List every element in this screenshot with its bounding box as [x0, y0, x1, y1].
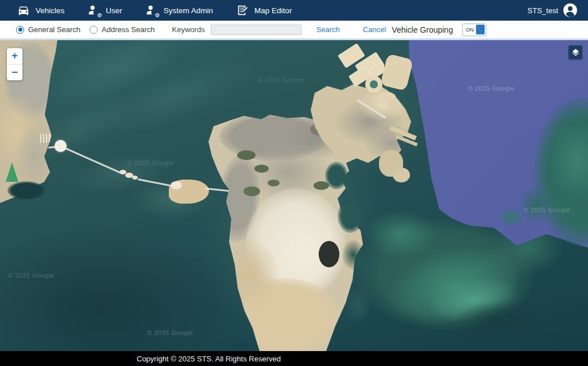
map-reef — [498, 208, 524, 227]
address-search-radio[interactable]: Address Search — [90, 25, 155, 34]
map-layers-button[interactable] — [568, 45, 582, 59]
map-zoom-control: + − — [7, 48, 22, 80]
vehicle-grouping-label: Vehicle Grouping — [392, 25, 453, 34]
keywords-label: Keywords — [172, 25, 205, 34]
address-search-label: Address Search — [102, 25, 155, 34]
map-causeway-island — [132, 176, 138, 180]
search-toolbar: General Search Address Search Keywords S… — [0, 21, 588, 40]
map-watermark: © 2025 Google — [147, 329, 194, 336]
cancel-button[interactable]: Cancel — [363, 25, 386, 34]
map-ring-island — [365, 76, 382, 93]
toggle-knob — [476, 25, 485, 34]
account-menu[interactable]: STS_test — [528, 3, 578, 18]
map-watermark: © 2025 Google — [8, 272, 55, 279]
user-avatar-icon — [563, 3, 578, 18]
layers-icon — [571, 48, 580, 57]
map-watermark: © 2025 Google — [524, 207, 570, 213]
radio-selected-icon — [16, 26, 24, 34]
map-reef-dark — [457, 301, 540, 337]
map-bay-dark — [346, 288, 371, 324]
map-bay-dark — [338, 200, 363, 233]
search-button[interactable]: Search — [316, 25, 340, 34]
radio-unselected-icon — [90, 26, 98, 34]
gear-icon: ⚙ — [97, 13, 102, 18]
map-island-white-tip — [171, 181, 182, 189]
app-root: Vehicles ⚙ User ⚙ System Admin — [0, 0, 588, 366]
map-island — [393, 168, 410, 182]
nav-user[interactable]: ⚙ User — [87, 4, 122, 17]
map-causeway-island — [55, 140, 67, 152]
map-dark-industrial — [319, 241, 339, 267]
map-bay-dark — [7, 181, 45, 200]
map-green-patch — [243, 186, 260, 196]
map-marina-piers — [40, 134, 51, 143]
map-reef — [365, 210, 437, 259]
map-green-patch — [268, 180, 280, 186]
map-bay-dark — [342, 240, 364, 270]
nav-user-label: User — [106, 6, 122, 15]
map-watermark: © 2025 Google — [258, 76, 305, 83]
map-reef — [520, 186, 551, 224]
map-watermark: © 2025 Google — [468, 85, 514, 92]
nav-vehicles-label: Vehicles — [36, 6, 64, 15]
map-dark-water — [0, 229, 230, 351]
vehicle-grouping-toggle[interactable]: ON — [462, 24, 486, 36]
map-green-patch — [254, 165, 269, 173]
zoom-out-button[interactable]: − — [7, 65, 22, 81]
map-green-patch — [237, 150, 256, 160]
top-navbar: Vehicles ⚙ User ⚙ System Admin — [0, 0, 588, 21]
map-watermark: © 2025 Google — [127, 159, 174, 166]
zoom-in-button[interactable]: + — [7, 48, 22, 65]
copyright-text: Copyright © 2025 STS. All Rights Reserve… — [137, 355, 281, 363]
map-bay-dark — [325, 162, 348, 189]
footer: Copyright © 2025 STS. All Rights Reserve… — [0, 351, 588, 366]
nav-system-admin[interactable]: ⚙ System Admin — [145, 4, 213, 17]
nav-map-editor[interactable]: Map Editor — [236, 4, 292, 17]
username-label: STS_test — [528, 6, 558, 15]
user-gear-icon: ⚙ — [87, 4, 100, 17]
admin-user-gear-icon: ⚙ — [145, 4, 158, 17]
general-search-label: General Search — [28, 25, 80, 34]
car-icon — [17, 4, 30, 17]
document-pencil-icon — [236, 4, 249, 17]
nav-map-editor-label: Map Editor — [254, 6, 292, 15]
nav-system-admin-label: System Admin — [164, 6, 213, 15]
toggle-state-label: ON — [466, 26, 474, 33]
main-menu: Vehicles ⚙ User ⚙ System Admin — [17, 4, 292, 17]
keywords-input[interactable] — [211, 25, 301, 35]
general-search-radio[interactable]: General Search — [16, 25, 80, 34]
gear-icon: ⚙ — [155, 13, 160, 18]
map-island — [388, 100, 399, 108]
nav-vehicles[interactable]: Vehicles — [17, 4, 64, 17]
map-canvas[interactable]: © 2025 Google © 2025 Google © 2025 Googl… — [0, 40, 588, 351]
